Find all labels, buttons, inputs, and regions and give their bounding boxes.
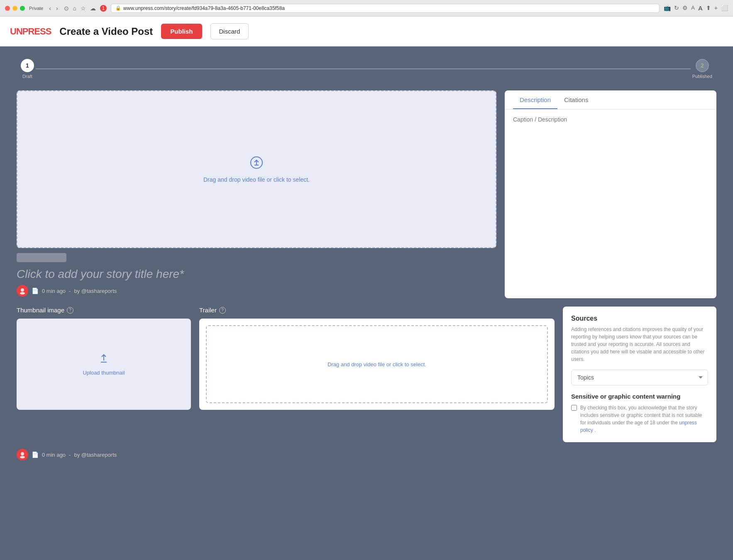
address-bar[interactable]: 🔒 www.unpress.com/story/create/fd934a79-…	[111, 4, 660, 13]
video-dropzone[interactable]: Drag and drop video file or click to sel…	[17, 90, 496, 248]
app-header: UNPRESS Create a Video Post Publish Disc…	[0, 17, 733, 46]
footer-author: by @tashareports	[74, 452, 117, 458]
video-drop-text: Drag and drop video file or click to sel…	[203, 176, 310, 183]
step-2-circle: 2	[696, 59, 709, 72]
minimize-button-macos[interactable]	[12, 6, 17, 11]
meta-separator: -	[69, 288, 71, 294]
sensitive-warning-title: Sensitive or graphic content warning	[571, 393, 708, 400]
bottom-section: Thumbnail image ? Upload thumbnail Trail…	[17, 307, 716, 442]
sources-title: Sources	[571, 315, 708, 322]
lock-icon: 🔒	[115, 5, 121, 11]
story-info: Click to add your story title here* 📄 0 …	[17, 253, 496, 297]
meta-author: by @tashareports	[74, 288, 117, 294]
logo: UNPRESS	[10, 26, 51, 37]
thumbnail-help-icon[interactable]: ?	[67, 307, 73, 314]
maximize-button-macos[interactable]	[20, 6, 25, 11]
trailer-help-icon[interactable]: ?	[219, 307, 226, 314]
thumbnail-section-label: Thumbnail image ?	[17, 307, 191, 314]
right-panel: Description Citations	[505, 90, 716, 298]
svg-point-8	[20, 456, 25, 458]
trailer-label-text: Trailer	[199, 307, 217, 314]
progress-stepper: 1 Draft 2 Published	[17, 59, 716, 79]
discard-button[interactable]: Discard	[210, 23, 249, 39]
close-button-macos[interactable]	[5, 6, 10, 11]
url-text: www.unpress.com/story/create/fd934a79-8a…	[123, 5, 285, 11]
panel-tabs: Description Citations	[505, 90, 716, 110]
home-icon[interactable]: ⌂	[73, 5, 76, 12]
sensitive-row: By checking this box, you acknowledge th…	[571, 404, 708, 434]
footer-avatar	[17, 449, 28, 460]
trailer-inner-drop[interactable]: Drag and drop video file or click to sel…	[206, 325, 548, 403]
thumbnail-upload-area[interactable]: Upload thumbnail	[17, 319, 191, 410]
tab-description[interactable]: Description	[513, 90, 557, 109]
settings-icon[interactable]: ⚙	[682, 5, 688, 12]
story-meta: 📄 0 min ago - by @tashareports	[17, 285, 496, 297]
step-2-label: Published	[692, 74, 712, 79]
share-icon[interactable]: ⬆	[706, 5, 711, 12]
sources-description: Adding references and citations improves…	[571, 326, 708, 363]
meta-time: 0 min ago	[42, 288, 66, 294]
panel-body	[505, 110, 716, 298]
video-upload-section: Drag and drop video file or click to sel…	[17, 90, 496, 298]
sensitive-warning: Sensitive or graphic content warning By …	[571, 393, 708, 434]
refresh-icon[interactable]: ↻	[674, 5, 679, 12]
page-title: Create a Video Post	[59, 26, 153, 37]
footer-meta: 📄 0 min ago - by @tashareports	[17, 449, 716, 460]
new-tab-icon[interactable]: +	[714, 5, 718, 12]
publish-button[interactable]: Publish	[161, 24, 202, 39]
svg-point-4	[20, 292, 25, 295]
footer-time: 0 min ago	[42, 452, 66, 458]
traffic-lights	[5, 6, 25, 11]
thumbnail-section: Thumbnail image ? Upload thumbnail	[17, 307, 191, 410]
thumbnail-upload-text: Upload thumbnail	[83, 370, 125, 376]
thumbnail-upload-icon	[98, 353, 109, 366]
document-icon: 📄	[32, 287, 39, 294]
hashtags-bar[interactable]	[17, 253, 66, 262]
logo-text: UNPRESS	[10, 26, 51, 37]
tab-overview-icon[interactable]: ⬜	[721, 5, 728, 12]
step-1-wrapper: 1 Draft	[21, 59, 34, 79]
svg-point-3	[21, 288, 24, 292]
trailer-dropzone: Drag and drop video file or click to sel…	[199, 319, 555, 410]
sensitive-checkbox[interactable]	[571, 405, 577, 411]
cloud-icon: ☁	[90, 5, 96, 12]
tab-citations[interactable]: Citations	[557, 90, 595, 109]
step-2-wrapper: 2 Published	[692, 59, 712, 79]
thumbnail-label-text: Thumbnail image	[17, 307, 64, 314]
text-size-icon[interactable]: A	[698, 5, 703, 12]
step-1-number: 1	[26, 62, 29, 69]
sources-section: Sources Adding references and citations …	[563, 307, 716, 442]
tab-label: Private	[29, 6, 43, 11]
step-2-number: 2	[701, 62, 704, 69]
browser-nav: ‹ ›	[47, 4, 59, 12]
caption-textarea[interactable]	[513, 116, 708, 290]
sensitive-text-suffix: .	[594, 427, 596, 433]
sensitive-text: By checking this box, you acknowledge th…	[580, 404, 708, 434]
trailer-section: Trailer ? Drag and drop video file or cl…	[199, 307, 555, 410]
upload-icon	[250, 156, 263, 172]
bookmark-icon[interactable]: ☆	[81, 5, 86, 12]
trailer-drop-text: Drag and drop video file or click to sel…	[327, 361, 426, 368]
notification-badge: 1	[100, 5, 107, 12]
step-line	[36, 68, 691, 69]
step-1-circle: 1	[21, 59, 34, 72]
main-content: 1 Draft 2 Published	[0, 46, 733, 560]
footer-document-icon: 📄	[32, 451, 39, 458]
browser-actions: 📺 ↻ ⚙ A A ⬆ + ⬜	[664, 5, 728, 12]
trailer-section-label: Trailer ?	[199, 307, 555, 314]
avatar	[17, 285, 28, 297]
svg-point-7	[21, 452, 24, 455]
footer-separator: -	[69, 452, 71, 458]
story-title-placeholder[interactable]: Click to add your story title here*	[17, 268, 496, 281]
browser-chrome: Private ‹ › ⊙ ⌂ ☆ ☁ 1 🔒 www.unpress.com/…	[0, 0, 733, 17]
topics-dropdown[interactable]: Topics Politics Science Technology Healt…	[571, 370, 708, 385]
history-icon[interactable]: ⊙	[64, 5, 69, 12]
step-1-label: Draft	[22, 74, 32, 79]
forward-button[interactable]: ›	[54, 4, 60, 12]
content-area: Drag and drop video file or click to sel…	[17, 90, 716, 298]
screen-cast-icon[interactable]: 📺	[664, 5, 671, 12]
reader-view-icon[interactable]: A	[691, 5, 695, 12]
back-button[interactable]: ‹	[47, 4, 53, 12]
